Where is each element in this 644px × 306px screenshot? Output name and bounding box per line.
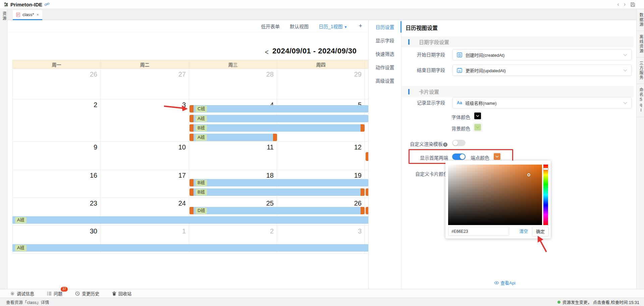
calendar-events-layer: C班A班B班A班B班B班D班A班A班 bbox=[12, 60, 368, 254]
saturation-cursor[interactable] bbox=[527, 173, 530, 176]
custom-template-toggle[interactable] bbox=[452, 140, 466, 146]
settings-nav-快速筛选[interactable]: 快速筛选 bbox=[369, 47, 401, 60]
settings-title: 日历视图设置 bbox=[406, 24, 438, 32]
form-doc-icon bbox=[16, 12, 20, 17]
event-end-cap bbox=[361, 188, 365, 196]
rail-item-数据源[interactable]: 数据源 bbox=[637, 9, 644, 31]
datetime-field-icon bbox=[457, 52, 462, 57]
status-right-notice[interactable]: 资源发生变更， 点击查看,检查时间:15:31 bbox=[557, 299, 639, 305]
event-bar-A班[interactable]: A班 bbox=[190, 134, 277, 141]
end-date-field-select[interactable]: 31 更新时间(updatedAt) bbox=[452, 64, 632, 76]
toolbar-变更历史[interactable]: 变更历史 bbox=[75, 290, 99, 297]
tab-close-icon[interactable]: × bbox=[37, 12, 39, 17]
chevron-down-icon bbox=[623, 69, 627, 72]
event-bar-A班[interactable]: A班 bbox=[12, 216, 368, 224]
primeton-ide-window: Primeton-IDE ‹ › 资源 数据源离线资源三方服务命名Sql cla… bbox=[0, 0, 644, 306]
bg-color-label: 背景颜色 bbox=[451, 125, 470, 132]
event-bar-C班[interactable]: C班 bbox=[190, 105, 368, 113]
bg-color-swatch[interactable] bbox=[473, 123, 482, 132]
event-end-cap bbox=[361, 207, 365, 214]
clock-icon bbox=[75, 291, 80, 296]
caret-down-icon[interactable]: ▼ bbox=[344, 25, 347, 29]
view-tab-低开表单[interactable]: 低开表单 bbox=[261, 23, 280, 30]
confirm-color-button[interactable]: 确定 bbox=[532, 227, 549, 236]
event-label: B班 bbox=[196, 189, 207, 195]
history-forward-icon[interactable]: › bbox=[624, 2, 626, 7]
color-picker-popup: 清空 确定 bbox=[445, 161, 551, 238]
tab-class[interactable]: class* × bbox=[13, 10, 42, 20]
toolbar-问题[interactable]: 问题37 bbox=[47, 290, 62, 297]
event-bar-B班[interactable]: B班 bbox=[190, 179, 368, 186]
saturation-area[interactable] bbox=[448, 165, 542, 225]
calendar-date-range: 2024/09/01 - 2024/09/30 bbox=[272, 47, 357, 55]
link-icon[interactable] bbox=[44, 2, 50, 7]
settings-body: 日历视图设置 日期字段设置 开始日期字段 创建时间(createdAt) bbox=[401, 20, 635, 289]
left-rail: 资源 bbox=[0, 9, 7, 289]
record-display-field-select[interactable]: Aa 班级名称(name) bbox=[452, 97, 632, 108]
settings-nav: 日历设置显示字段快速筛选动作设置高级设置 bbox=[369, 20, 401, 289]
save-icon[interactable] bbox=[630, 2, 635, 7]
right-rail: 数据源离线资源三方服务命名Sql bbox=[636, 9, 644, 289]
toolbar-回收站[interactable]: 回收站 bbox=[112, 290, 131, 297]
text-field-icon: Aa bbox=[457, 100, 462, 105]
settings-nav-高级设置[interactable]: 高级设置 bbox=[369, 74, 401, 87]
section-date-fields: 日期字段设置 bbox=[401, 36, 634, 47]
show-endpoints-toggle[interactable] bbox=[452, 154, 466, 160]
settings-nav-动作设置[interactable]: 动作设置 bbox=[369, 60, 401, 74]
event-label: D班 bbox=[196, 208, 207, 214]
chevron-down-icon bbox=[623, 54, 627, 56]
rail-item-离线资源[interactable]: 离线资源 bbox=[637, 31, 644, 57]
primeton-logo-icon bbox=[3, 2, 8, 7]
settings-nav-显示字段[interactable]: 显示字段 bbox=[369, 34, 401, 47]
chevron-down-icon bbox=[623, 102, 627, 104]
event-bar-B班[interactable]: B班 bbox=[190, 124, 365, 132]
custom-card-color-label: 自定义卡片颜色 bbox=[415, 170, 448, 177]
event-bar-D班[interactable]: D班 bbox=[190, 207, 365, 214]
event-start-cap bbox=[190, 179, 194, 186]
event-label: C班 bbox=[196, 106, 207, 112]
event-bar-B班[interactable]: B班 bbox=[190, 188, 365, 196]
font-color-swatch[interactable] bbox=[473, 112, 482, 120]
event-bar-A班[interactable]: A班 bbox=[12, 244, 368, 252]
start-date-field-label: 开始日期字段 bbox=[401, 49, 445, 61]
toolbar-调试信息[interactable]: 调试信息 bbox=[10, 290, 34, 297]
hex-color-input[interactable] bbox=[448, 227, 509, 236]
problems-count-badge: 37 bbox=[61, 287, 68, 292]
debug-icon bbox=[10, 291, 15, 296]
app-title: Primeton-IDE bbox=[10, 2, 42, 7]
endpoint-color-label: 端点颜色 bbox=[471, 154, 489, 161]
rail-item-命名Sql[interactable]: 命名Sql bbox=[637, 84, 644, 117]
event-label: A班 bbox=[196, 134, 207, 141]
eye-icon bbox=[494, 281, 499, 285]
clear-color-button[interactable]: 清空 bbox=[519, 228, 528, 234]
view-tab-日历_1视图[interactable]: 日历_1视图▼ bbox=[319, 23, 347, 30]
endpoint-color-swatch[interactable] bbox=[493, 152, 501, 161]
show-endpoints-label: 显示首尾两端 bbox=[420, 154, 448, 161]
event-label: A班 bbox=[15, 217, 26, 223]
add-view-button[interactable]: + bbox=[356, 23, 365, 30]
event-start-cap bbox=[190, 207, 194, 214]
calendar-prev-icon[interactable]: < bbox=[265, 48, 269, 56]
start-date-field-select[interactable]: 创建时间(createdAt) bbox=[452, 49, 632, 60]
rail-item-三方服务[interactable]: 三方服务 bbox=[637, 57, 644, 84]
settings-nav-日历设置[interactable]: 日历设置 bbox=[369, 20, 401, 34]
view-api-link[interactable]: 查看Api bbox=[494, 279, 516, 286]
section-accent-bar bbox=[408, 39, 410, 45]
event-endpoint-cap[interactable] bbox=[366, 152, 368, 161]
hue-slider-handle[interactable] bbox=[543, 168, 548, 170]
event-endpoint-cap[interactable] bbox=[366, 207, 368, 214]
hue-slider[interactable] bbox=[543, 165, 548, 225]
list-icon bbox=[47, 291, 52, 296]
event-bar-A班[interactable]: A班 bbox=[190, 115, 368, 122]
event-start-cap bbox=[190, 188, 194, 196]
document-tab-bar: class* × bbox=[7, 9, 636, 20]
svg-text:31: 31 bbox=[458, 70, 461, 72]
event-label: A班 bbox=[15, 245, 26, 251]
view-tab-默认视图[interactable]: 默认视图 bbox=[290, 23, 309, 30]
event-label: B班 bbox=[196, 180, 207, 186]
event-endpoint-cap[interactable] bbox=[366, 188, 368, 196]
date-field-icon: 31 bbox=[457, 68, 462, 73]
history-back-icon[interactable]: ‹ bbox=[617, 2, 619, 7]
section-accent-bar bbox=[408, 89, 410, 94]
rail-item-资源[interactable]: 资源 bbox=[1, 11, 7, 21]
